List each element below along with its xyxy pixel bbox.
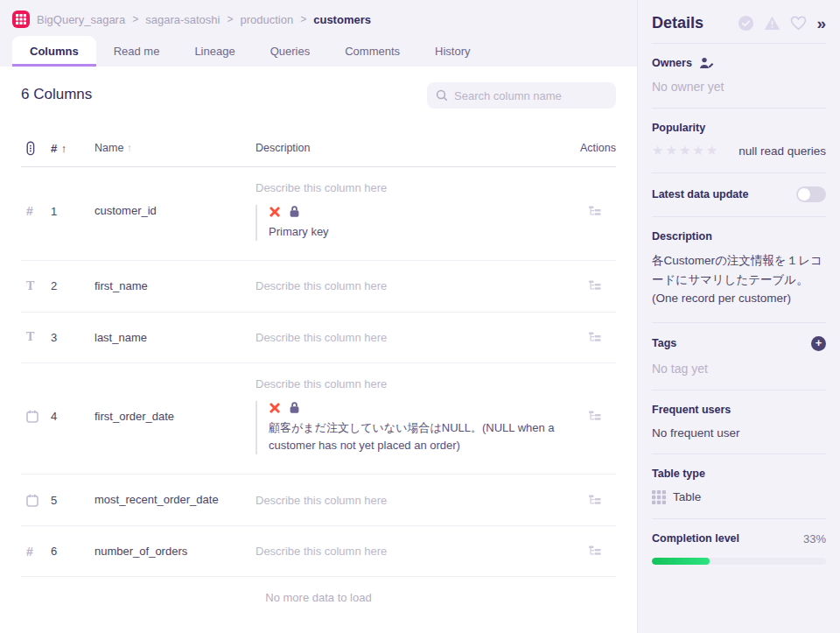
tab-comments[interactable]: Comments bbox=[327, 36, 417, 67]
details-sidebar: Details » Owners No own bbox=[637, 0, 840, 633]
column-name[interactable]: most_recent_order_date bbox=[94, 491, 256, 509]
top-bar: BigQuery_sagara > sagara-satoshi > produ… bbox=[0, 0, 637, 67]
lock-icon bbox=[289, 205, 300, 218]
collapse-panel-icon[interactable]: » bbox=[816, 15, 826, 32]
column-name[interactable]: last_name bbox=[94, 329, 256, 347]
breadcrumb-separator: > bbox=[227, 13, 233, 25]
row-index: 4 bbox=[51, 410, 94, 423]
column-name[interactable]: first_name bbox=[94, 278, 256, 295]
popularity-label: Popularity bbox=[652, 122, 826, 134]
breadcrumb: BigQuery_sagara > sagara-satoshi > produ… bbox=[12, 8, 625, 31]
tab-bar: Columns Read me Lineage Queries Comments… bbox=[12, 36, 625, 67]
description-placeholder[interactable]: Describe this column here bbox=[256, 494, 574, 507]
warning-icon[interactable] bbox=[764, 16, 780, 31]
add-tag-button[interactable]: + bbox=[811, 336, 826, 351]
column-description-header: Description bbox=[256, 142, 574, 154]
table-header-row: # ↑ Name ↑ Description Actions bbox=[21, 133, 616, 167]
description-placeholder[interactable]: Describe this column here bbox=[256, 331, 574, 344]
page-title: 6 Columns bbox=[21, 86, 92, 103]
frequent-users-text: No frequent user bbox=[652, 426, 826, 440]
lineage-action-button[interactable] bbox=[574, 206, 616, 217]
tab-readme[interactable]: Read me bbox=[96, 36, 178, 67]
synced-description-block: Primary key bbox=[256, 205, 574, 241]
row-index: 6 bbox=[51, 545, 94, 558]
tags-empty-text: No tag yet bbox=[652, 362, 826, 376]
sort-arrow-icon: ↑ bbox=[127, 142, 132, 154]
latest-update-label: Latest data update bbox=[652, 188, 748, 200]
owners-label: Owners bbox=[652, 57, 692, 69]
edit-owner-icon[interactable] bbox=[699, 57, 714, 69]
table-row[interactable]: 4 first_order_date Describe this column … bbox=[21, 363, 616, 475]
synced-description-block: 顧客がまだ注文していない場合はNULL。(NULL when a custome… bbox=[256, 401, 574, 454]
column-number-header[interactable]: # ↑ bbox=[51, 140, 94, 156]
table-row[interactable]: T 2 first_name Describe this column here bbox=[21, 261, 616, 313]
description-label: Description bbox=[652, 230, 826, 243]
description-text[interactable]: 各Customerの注文情報を１レコードにサマリしたテーブル。(One reco… bbox=[652, 251, 826, 308]
row-index: 3 bbox=[51, 331, 94, 344]
tags-section: Tags + No tag yet bbox=[652, 323, 826, 390]
completion-percent: 33% bbox=[803, 532, 826, 545]
tab-history[interactable]: History bbox=[417, 36, 487, 67]
description-placeholder[interactable]: Describe this column here bbox=[256, 279, 574, 292]
table-type-label: Table type bbox=[652, 468, 826, 480]
column-name[interactable]: customer_id bbox=[94, 202, 256, 220]
row-index: 2 bbox=[51, 279, 94, 292]
tab-lineage[interactable]: Lineage bbox=[177, 36, 252, 67]
verified-check-icon[interactable] bbox=[738, 15, 754, 32]
column-name-header[interactable]: Name ↑ bbox=[94, 142, 256, 154]
search-input[interactable] bbox=[454, 89, 607, 102]
breadcrumb-separator: > bbox=[132, 13, 138, 25]
star-rating-icons: ★★★★★ bbox=[652, 143, 719, 158]
lineage-action-button[interactable] bbox=[574, 332, 616, 343]
completion-label: Completion level bbox=[652, 532, 739, 545]
owners-section: Owners No owner yet bbox=[652, 44, 826, 109]
latest-update-toggle[interactable] bbox=[796, 186, 826, 202]
table-row[interactable]: T 3 last_name Describe this column here bbox=[21, 313, 616, 364]
completion-fill bbox=[652, 558, 710, 565]
favorite-heart-icon[interactable] bbox=[790, 16, 807, 31]
completion-section: Completion level 33% bbox=[652, 519, 826, 579]
column-name[interactable]: number_of_orders bbox=[94, 543, 256, 560]
tags-label: Tags bbox=[652, 337, 676, 349]
lock-icon bbox=[289, 401, 300, 414]
table-row[interactable]: # 1 customer_id Describe this column her… bbox=[21, 167, 616, 261]
table-type-value: Table bbox=[673, 490, 701, 503]
column-actions-header: Actions bbox=[574, 142, 616, 154]
numeric-type-icon: # bbox=[26, 545, 33, 559]
table-type-icon bbox=[652, 490, 666, 504]
dbt-icon bbox=[269, 206, 281, 218]
text-type-icon: T bbox=[26, 279, 34, 293]
synced-description-text: Primary key bbox=[269, 223, 557, 241]
table-row[interactable]: 5 most_recent_order_date Describe this c… bbox=[21, 475, 616, 526]
column-name[interactable]: first_order_date bbox=[94, 408, 256, 426]
lineage-action-button[interactable] bbox=[574, 495, 616, 506]
search-icon bbox=[436, 89, 448, 102]
tab-queries[interactable]: Queries bbox=[253, 36, 328, 67]
description-section: Description 各Customerの注文情報を１レコードにサマリしたテー… bbox=[652, 217, 826, 323]
lineage-action-button[interactable] bbox=[574, 545, 616, 557]
app-window: BigQuery_sagara > sagara-satoshi > produ… bbox=[0, 0, 840, 633]
breadcrumb-separator: > bbox=[300, 13, 306, 25]
description-placeholder[interactable]: Describe this column here bbox=[256, 545, 574, 558]
breadcrumb-item-table[interactable]: customers bbox=[313, 13, 371, 26]
description-placeholder[interactable]: Describe this column here bbox=[256, 181, 574, 194]
lineage-action-button[interactable] bbox=[574, 280, 616, 292]
breadcrumb-item-dataset[interactable]: production bbox=[240, 13, 293, 26]
table-type-section: Table type Table bbox=[652, 454, 826, 519]
latest-update-section: Latest data update bbox=[652, 173, 826, 217]
tab-columns[interactable]: Columns bbox=[12, 36, 96, 67]
lineage-action-button[interactable] bbox=[574, 411, 616, 422]
date-type-icon bbox=[21, 494, 51, 507]
read-queries-text: null read queries bbox=[738, 144, 826, 158]
breadcrumb-item-warehouse[interactable]: BigQuery_sagara bbox=[37, 13, 125, 26]
sidebar-title: Details bbox=[652, 14, 704, 32]
frequent-users-label: Frequent users bbox=[652, 404, 826, 416]
search-box[interactable] bbox=[427, 82, 616, 109]
columns-table: # ↑ Name ↑ Description Actions # 1 custo… bbox=[21, 133, 616, 618]
text-type-icon: T bbox=[26, 330, 34, 344]
date-type-icon bbox=[21, 410, 51, 423]
breadcrumb-item-project[interactable]: sagara-satoshi bbox=[145, 13, 220, 26]
table-row[interactable]: # 6 number_of_orders Describe this colum… bbox=[21, 526, 616, 578]
column-type-header-icon[interactable] bbox=[21, 141, 51, 156]
description-placeholder[interactable]: Describe this column here bbox=[256, 377, 574, 390]
